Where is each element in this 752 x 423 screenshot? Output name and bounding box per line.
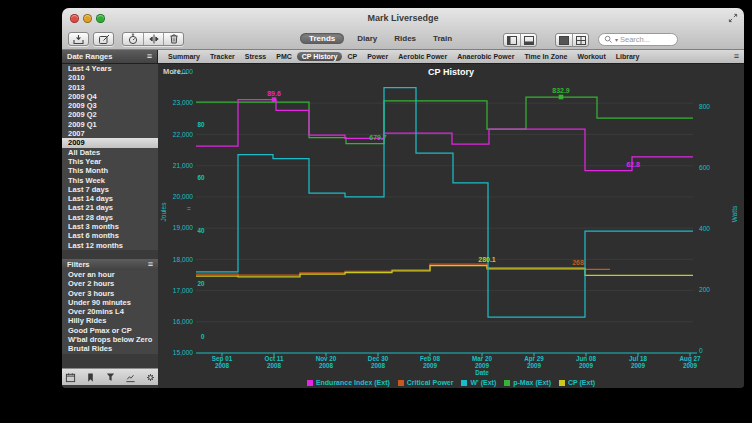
svg-text:Feb 082009: Feb 082009 — [420, 355, 440, 369]
date-ranges-list: Last 4 Years201020132009 Q42009 Q32009 Q… — [62, 64, 158, 250]
bookmark-icon[interactable] — [85, 372, 96, 383]
filter-item-hilly-rides[interactable]: Hilly Rides — [62, 316, 158, 325]
tabbar-menu-icon[interactable]: ≡ — [729, 50, 744, 63]
svg-text:17,000: 17,000 — [173, 287, 194, 294]
nav-tab-diary[interactable]: Diary — [353, 33, 381, 44]
delete-button[interactable] — [163, 33, 183, 45]
date-range-item-last-12-months[interactable]: Last 12 months — [62, 241, 158, 250]
search-scope-caret[interactable]: ▾ — [615, 36, 618, 43]
svg-text:40: 40 — [197, 227, 205, 234]
toggle-sidebar-button[interactable] — [504, 34, 520, 46]
tab-power[interactable]: Power — [362, 52, 393, 61]
date-range-item-this-year[interactable]: This Year — [62, 157, 158, 166]
sidebar: Last 4 Years201020132009 Q42009 Q32009 Q… — [62, 64, 158, 388]
date-range-item-2013[interactable]: 2013 — [62, 83, 158, 92]
tab-stress[interactable]: Stress — [240, 52, 271, 61]
date-range-item-this-week[interactable]: This Week — [62, 176, 158, 185]
tiled-view-button[interactable] — [572, 34, 588, 46]
date-range-item-last-28-days[interactable]: Last 28 days — [62, 213, 158, 222]
legend-item-p-max-ext-: p-Max (Ext) — [504, 379, 551, 386]
date-range-item-last-21-days[interactable]: Last 21 days — [62, 203, 158, 212]
legend-swatch — [461, 380, 467, 386]
desktop: { "icons": { "hamburger": "≡", "search_c… — [0, 0, 752, 423]
tab-summary[interactable]: Summary — [163, 52, 205, 61]
date-range-item-2010[interactable]: 2010 — [62, 73, 158, 82]
filter-item-over-2-hours[interactable]: Over 2 hours — [62, 279, 158, 288]
chart-panel: More... CP History 24,00023,00022,00021,… — [158, 64, 744, 388]
minimize-button[interactable] — [83, 14, 92, 23]
compose-icon — [98, 34, 110, 45]
filter-funnel-icon[interactable] — [105, 372, 116, 383]
date-range-item-2009-q4[interactable]: 2009 Q4 — [62, 92, 158, 101]
fullscreen-icon[interactable] — [728, 13, 738, 23]
nav-tab-train[interactable]: Train — [429, 33, 456, 44]
zoom-button[interactable] — [96, 14, 105, 23]
tab-cp[interactable]: CP — [342, 52, 362, 61]
filter-item-w-bal-drops-below-zero[interactable]: W'bal drops below Zero — [62, 335, 158, 344]
date-range-item-2007[interactable]: 2007 — [62, 129, 158, 138]
sidebar-left-icon — [507, 36, 517, 45]
date-range-item-last-6-months[interactable]: Last 6 months — [62, 231, 158, 240]
svg-text:60: 60 — [197, 174, 205, 181]
date-range-item-last-3-months[interactable]: Last 3 months — [62, 222, 158, 231]
close-button[interactable] — [70, 14, 79, 23]
date-range-item-2009-q3[interactable]: 2009 Q3 — [62, 101, 158, 110]
date-range-item-2009-q2[interactable]: 2009 Q2 — [62, 110, 158, 119]
more-link[interactable]: More... — [163, 67, 187, 76]
tab-time-in-zone[interactable]: Time In Zone — [519, 52, 572, 61]
tab-workout[interactable]: Workout — [572, 52, 610, 61]
filter-item-brutal-rides[interactable]: Brutal Rides — [62, 344, 158, 353]
legend-swatch — [398, 380, 404, 386]
date-range-item-last-4-years[interactable]: Last 4 Years — [62, 64, 158, 73]
date-range-item-all-dates[interactable]: All Dates — [62, 148, 158, 157]
filter-item-over-20mins-l4[interactable]: Over 20mins L4 — [62, 307, 158, 316]
tab-tracker[interactable]: Tracker — [205, 52, 240, 61]
legend-item-w-ext-: W' (Ext) — [461, 379, 496, 386]
nav-tab-trends[interactable]: Trends — [300, 33, 344, 44]
filter-item-over-an-hour[interactable]: Over an hour — [62, 270, 158, 279]
legend-label: CP (Ext) — [568, 379, 595, 386]
single-view-button[interactable] — [556, 34, 572, 46]
sidebar-footer — [62, 368, 158, 385]
tab-cp-history[interactable]: CP History — [297, 52, 343, 61]
tab-library[interactable]: Library — [611, 52, 645, 61]
date-range-item-this-month[interactable]: This Month — [62, 166, 158, 175]
svg-text:Jun 082009: Jun 082009 — [576, 355, 596, 369]
calendar-icon[interactable] — [65, 372, 76, 383]
filters-menu-icon[interactable]: ≡ — [148, 260, 153, 269]
date-range-item-2009[interactable]: 2009 — [62, 138, 158, 147]
legend-label: p-Max (Ext) — [513, 379, 551, 386]
edit-button[interactable] — [93, 32, 114, 46]
date-ranges-menu-icon[interactable]: ≡ — [147, 52, 152, 61]
svg-text:Apr 292009: Apr 292009 — [524, 355, 544, 369]
intervals-button[interactable] — [143, 33, 163, 45]
svg-text:832.9: 832.9 — [552, 87, 570, 94]
svg-text:0: 0 — [201, 333, 205, 340]
svg-text:268: 268 — [572, 259, 584, 266]
nav-tab-rides[interactable]: Rides — [390, 33, 420, 44]
date-range-item-2009-q1[interactable]: 2009 Q1 — [62, 120, 158, 129]
tab-aerobic-power[interactable]: Aerobic Power — [393, 52, 452, 61]
date-range-item-last-14-days[interactable]: Last 14 days — [62, 194, 158, 203]
svg-text:21,000: 21,000 — [173, 162, 194, 169]
filter-item-over-3-hours[interactable]: Over 3 hours — [62, 289, 158, 298]
svg-text:23,000: 23,000 — [173, 99, 194, 106]
nav-tabs: TrendsDiaryRidesTrain — [300, 33, 456, 44]
search-input[interactable]: ▾ Search... — [598, 33, 678, 46]
legend-swatch — [504, 380, 510, 386]
cp-history-plot: 24,00023,00022,00021,00020,00019,00018,0… — [158, 64, 744, 388]
date-range-item-last-7-days[interactable]: Last 7 days — [62, 185, 158, 194]
title-bar: Mark Liversedge — [62, 8, 744, 29]
export-button[interactable] — [68, 32, 89, 46]
svg-text:Jul 182009: Jul 182009 — [629, 355, 647, 369]
tab-anaerobic-power[interactable]: Anaerobic Power — [452, 52, 519, 61]
svg-text:Sep 012008: Sep 012008 — [212, 355, 233, 369]
filter-item-good-pmax-or-cp[interactable]: Good Pmax or CP — [62, 326, 158, 335]
filter-item-under-90-minutes[interactable]: Under 90 minutes — [62, 298, 158, 307]
svg-text:22,000: 22,000 — [173, 131, 194, 138]
tab-pmc[interactable]: PMC — [271, 52, 297, 61]
toggle-bottombar-button[interactable] — [520, 34, 536, 46]
timer-button[interactable] — [123, 33, 143, 45]
stats-icon[interactable] — [125, 372, 136, 383]
gear-icon[interactable] — [145, 372, 156, 383]
